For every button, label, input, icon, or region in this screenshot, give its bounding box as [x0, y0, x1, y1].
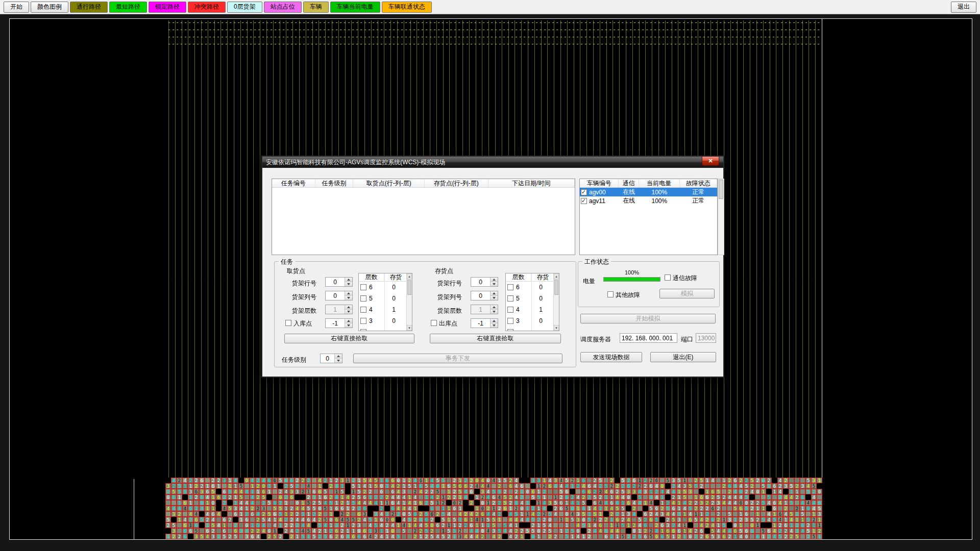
spin-down-icon[interactable]: [345, 282, 352, 286]
col-pickup-point[interactable]: 取货点(行-列-层): [353, 179, 425, 187]
col-task-id[interactable]: 任务编号: [272, 179, 315, 187]
other-fault-checkbox[interactable]: [607, 291, 614, 297]
storage-row-spinner[interactable]: 0: [471, 277, 498, 287]
comm-fault-checkbox[interactable]: [665, 274, 671, 281]
outbound-checkbox[interactable]: [431, 320, 437, 326]
layer-checkbox[interactable]: [507, 307, 513, 313]
spin-up-icon[interactable]: [345, 291, 352, 296]
col-issue-time[interactable]: 下达日期/时间: [488, 179, 575, 187]
vehicle-battery-button[interactable]: 车辆当前电量: [330, 2, 380, 13]
spin-up-icon[interactable]: [491, 319, 498, 323]
task-table-body[interactable]: [272, 188, 575, 255]
station-occupancy-button[interactable]: 站点占位: [264, 2, 302, 13]
spin-up-icon: [491, 305, 498, 310]
vehicle-button[interactable]: 车辆: [303, 2, 329, 13]
col-stock[interactable]: 存货: [384, 273, 407, 281]
layer-row[interactable]: 41: [359, 304, 412, 315]
layer-table-scrollbar[interactable]: ▲ ▼: [406, 273, 412, 331]
layer-checkbox[interactable]: [507, 318, 513, 324]
inbound-checkbox[interactable]: [285, 320, 291, 326]
layer-checkbox[interactable]: [360, 284, 366, 290]
spin-up-icon[interactable]: [345, 319, 352, 323]
storage-row-label: 货架行号: [437, 279, 462, 288]
scroll-down-icon[interactable]: ▼: [407, 325, 412, 331]
conflict-path-button[interactable]: 冲突路径: [188, 2, 226, 13]
layer-row[interactable]: 60: [506, 282, 559, 293]
layer-row[interactable]: 60: [359, 282, 412, 293]
close-button[interactable]: ✕: [702, 157, 719, 166]
scrollbar-thumb[interactable]: [407, 280, 411, 295]
spin-down-icon[interactable]: [335, 359, 342, 363]
scrollbar-thumb[interactable]: [719, 180, 723, 199]
layer-row[interactable]: 50: [506, 293, 559, 304]
simulate-button[interactable]: 模拟: [659, 289, 715, 298]
layer-checkbox[interactable]: [360, 318, 366, 324]
spin-down-icon[interactable]: [491, 296, 498, 300]
scrollbar-track[interactable]: [407, 295, 412, 325]
col-layer[interactable]: 层数: [359, 273, 384, 281]
storage-pick-button[interactable]: 右键直接拾取: [430, 334, 561, 343]
col-task-level[interactable]: 任务级别: [315, 179, 354, 187]
start-simulation-button[interactable]: 开始模拟: [580, 314, 716, 323]
layer-checkbox[interactable]: [507, 329, 513, 331]
vehicle-comm: 在线: [619, 188, 639, 196]
layer-row[interactable]: 30: [359, 315, 412, 327]
pickup-row-spinner[interactable]: 0: [325, 277, 353, 287]
spin-up-icon[interactable]: [335, 354, 342, 359]
vehicle-row[interactable]: agv00 在线 100% 正常: [580, 188, 717, 196]
col-storage-point[interactable]: 存货点(行-列-层): [425, 179, 488, 187]
col-layer[interactable]: 层数: [506, 273, 531, 281]
storage-col-spinner[interactable]: 0: [471, 291, 498, 300]
dialog-exit-button[interactable]: 退出(E): [650, 352, 716, 362]
outbound-point-spinner[interactable]: -1: [471, 318, 498, 328]
shortest-path-button[interactable]: 最短路径: [109, 2, 147, 13]
layer-row[interactable]: [359, 327, 412, 331]
vehicle-checkbox[interactable]: [581, 189, 587, 195]
exit-button[interactable]: 退出: [951, 2, 976, 13]
layer-table-scrollbar[interactable]: ▲ ▼: [553, 273, 559, 331]
col-stock[interactable]: 存货: [531, 273, 554, 281]
layer-checkbox[interactable]: [360, 295, 366, 302]
send-field-data-button[interactable]: 发送现场数据: [580, 352, 642, 362]
spin-down-icon[interactable]: [345, 296, 352, 300]
spin-up-icon[interactable]: [491, 291, 498, 296]
start-button[interactable]: 开始: [4, 2, 29, 13]
locked-path-button[interactable]: 锁定路径: [149, 2, 186, 13]
scroll-up-icon[interactable]: ▲: [554, 273, 559, 279]
col-battery[interactable]: 当前电量: [639, 179, 679, 187]
color-legend-button[interactable]: 颜色图例: [31, 2, 68, 13]
server-ip-field[interactable]: 192. 168. 000. 001: [620, 333, 677, 343]
scroll-up-icon[interactable]: ▲: [407, 273, 412, 279]
task-level-spinner[interactable]: 0: [320, 354, 342, 363]
layer-checkbox[interactable]: [360, 307, 366, 313]
dispatch-button[interactable]: 事务下发: [353, 354, 562, 363]
layer-checkbox[interactable]: [507, 284, 513, 290]
vehicle-checkbox[interactable]: [581, 198, 587, 204]
spin-down-icon[interactable]: [491, 323, 498, 328]
spin-down-icon[interactable]: [491, 282, 498, 286]
pickup-pick-button[interactable]: 右键直接拾取: [284, 334, 414, 343]
spin-down-icon[interactable]: [345, 323, 352, 328]
vehicle-row[interactable]: agv11 在线 100% 正常: [580, 196, 717, 205]
spin-up-icon[interactable]: [345, 278, 352, 282]
layer-row[interactable]: 41: [506, 304, 559, 315]
col-vehicle-id[interactable]: 车辆编号: [580, 179, 619, 187]
layer-row[interactable]: 50: [359, 293, 412, 304]
layer-checkbox[interactable]: [507, 295, 513, 302]
col-fault[interactable]: 故障状态: [680, 179, 717, 187]
inbound-point-spinner[interactable]: -1: [325, 318, 353, 328]
layer-checkbox[interactable]: [360, 329, 366, 331]
scrollbar-track[interactable]: [554, 295, 559, 325]
col-comm[interactable]: 通信: [619, 179, 639, 187]
vehicle-table-scrollbar[interactable]: [718, 179, 724, 255]
layer0-shelf-button[interactable]: 0层货架: [227, 2, 262, 13]
spin-up-icon[interactable]: [491, 278, 498, 282]
layer-row[interactable]: 30: [506, 315, 559, 327]
layer-row[interactable]: [506, 327, 559, 331]
scroll-down-icon[interactable]: ▼: [554, 325, 559, 331]
dialog-titlebar[interactable]: 安徽依诺玛智能科技有限公司-AGVs调度监控系统(WCS)-模拟现场: [262, 157, 723, 168]
vehicle-connection-button[interactable]: 车辆联通状态: [382, 2, 432, 13]
passage-path-button[interactable]: 通行路径: [70, 2, 108, 13]
scrollbar-thumb[interactable]: [554, 280, 558, 295]
pickup-col-spinner[interactable]: 0: [325, 291, 353, 300]
